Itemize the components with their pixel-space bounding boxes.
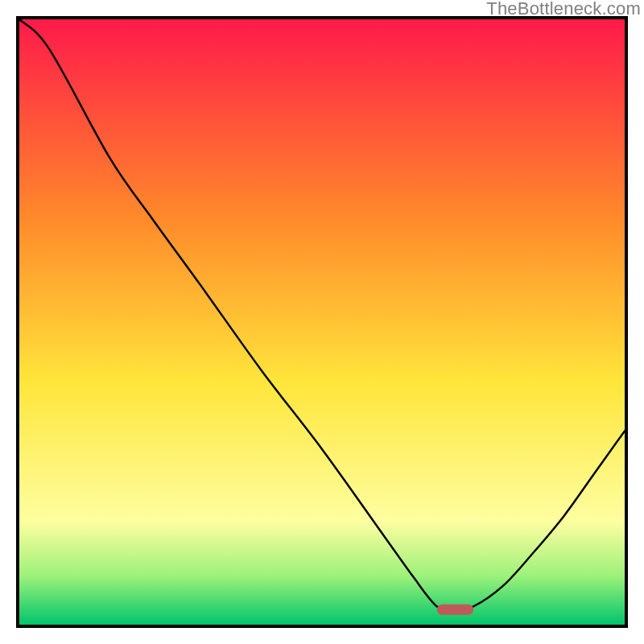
svg-rect-0 — [19, 19, 625, 625]
watermark-attribution: TheBottleneck.com — [486, 0, 641, 19]
chart-frame: TheBottleneck.com — [0, 0, 644, 644]
plot-area — [16, 16, 628, 628]
gradient-background — [19, 19, 625, 625]
